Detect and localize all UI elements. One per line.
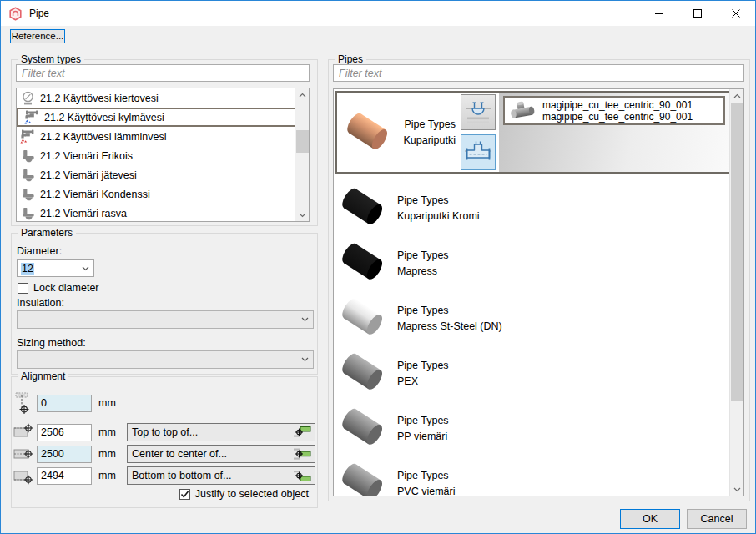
alignment-group: Alignment mm mm Top to top of... mm Cent… xyxy=(11,376,318,508)
height-offset-input[interactable] xyxy=(37,395,92,412)
insulation-value xyxy=(21,314,23,325)
justify-checkbox[interactable] xyxy=(179,489,190,500)
system-type-label: 21.2 Viemäri jätevesi xyxy=(40,169,137,181)
fitting-name: magipipe_cu_tee_centric_90_001 xyxy=(542,111,693,123)
pipe-type-text: Pipe TypesMapress xyxy=(397,249,449,277)
pipe-3d-icon xyxy=(335,184,396,231)
pipe-type-text: Pipe TypesPP viemäri xyxy=(397,415,449,442)
parameters-label: Parameters xyxy=(18,227,76,239)
target-center-icon xyxy=(292,446,312,461)
pipe-type-text: Pipe TypesPVC viemäri xyxy=(397,470,455,497)
pipe-type-name: Mapress xyxy=(397,265,449,277)
pipe-type-category: Pipe Types xyxy=(404,118,456,130)
pipe-type-category: Pipe Types xyxy=(397,415,449,426)
pipe-3d-icon xyxy=(335,295,396,341)
reference-button[interactable]: Reference... xyxy=(10,29,65,43)
pipe-type-name: Kupariputki xyxy=(403,134,456,146)
sizing-method-combobox[interactable] xyxy=(17,350,314,369)
pipes-filter-input[interactable] xyxy=(333,64,744,82)
diameter-label: Diameter: xyxy=(17,245,62,257)
unit-label: mm xyxy=(98,426,123,438)
system-type-item[interactable]: 21.2 Viemäri jätevesi xyxy=(17,165,292,184)
selected-fitting-item[interactable]: magipipe_cu_tee_centric_90_001magipipe_c… xyxy=(503,96,725,125)
top-offset-input[interactable] xyxy=(37,424,92,441)
target-bottom-icon xyxy=(292,468,312,483)
pipe-type-item[interactable]: Pipe TypesKupariputki Kromi xyxy=(334,180,728,235)
toilet-icon xyxy=(20,148,36,164)
center-to-center-button[interactable]: Center to center of... xyxy=(127,445,315,463)
pipe-type-text: Pipe TypesPEX xyxy=(397,360,449,387)
pipe-3d-icon xyxy=(335,460,396,496)
pipe-type-category: Pipe Types xyxy=(397,305,502,316)
alignment-row: mm Top to top of... xyxy=(13,421,315,444)
pipe-type-item[interactable]: Pipe TypesPEX xyxy=(334,345,728,400)
scroll-down-icon[interactable] xyxy=(730,483,743,496)
tee-fitting-button[interactable] xyxy=(461,134,496,170)
pipes-list-scrollbar[interactable] xyxy=(729,89,743,496)
height-offset-icon xyxy=(13,391,33,415)
pipe-type-item[interactable]: Pipe TypesMapress xyxy=(334,235,728,290)
pipe-dialog: Pipe Reference... System types 21.2 Käyt… xyxy=(0,0,756,534)
lock-diameter-checkbox[interactable] xyxy=(18,283,28,294)
unit-label: mm xyxy=(98,397,123,409)
chevron-down-icon xyxy=(301,317,309,322)
close-button[interactable] xyxy=(717,1,755,26)
system-type-item[interactable]: 21.2 Viemäri Erikois xyxy=(17,146,292,165)
system-type-label: 21.2 Viemäri Kondenssi xyxy=(40,189,150,200)
system-type-item[interactable]: 21.2 Käyttövesi kylmävesi xyxy=(17,108,302,127)
unit-label: mm xyxy=(98,448,123,460)
scroll-down-icon[interactable] xyxy=(295,209,309,221)
system-type-item[interactable]: 21.2 Käyttövesi lämminvesi xyxy=(17,127,292,146)
bottom-offset-input[interactable] xyxy=(37,467,92,485)
pipe-type-name: Kupariputki Kromi xyxy=(397,210,480,222)
system-type-item[interactable]: 21.2 Käyttövesi kiertovesi xyxy=(17,88,292,108)
pipe-type-category: Pipe Types xyxy=(397,360,449,371)
diameter-combobox[interactable]: 12 xyxy=(17,259,94,277)
pipe-type-item[interactable]: Pipe TypesPVC viemäri xyxy=(334,456,728,496)
align-center-icon xyxy=(13,442,33,466)
justify-label: Justify to selected object xyxy=(195,488,309,500)
pipe-type-name: PEX xyxy=(397,375,449,387)
minimize-button[interactable] xyxy=(640,1,678,26)
titlebar[interactable]: Pipe xyxy=(1,1,755,26)
bottom-to-bottom-button[interactable]: Bottom to bottom of... xyxy=(127,466,315,485)
top-to-top-button[interactable]: Top to top of... xyxy=(127,423,315,441)
unit-label: mm xyxy=(98,470,123,481)
system-types-filter-input[interactable] xyxy=(16,64,310,82)
target-top-icon xyxy=(292,425,312,440)
window-title: Pipe xyxy=(29,8,49,19)
toilet-icon xyxy=(20,205,36,221)
scroll-up-icon[interactable] xyxy=(295,88,309,101)
pipe-type-category: Pipe Types xyxy=(397,249,449,261)
pipe-type-item[interactable]: Pipe TypesMapress St-Steel (DN) xyxy=(334,290,728,345)
scroll-up-icon[interactable] xyxy=(730,89,743,102)
lock-diameter-row: Lock diameter xyxy=(18,282,99,294)
toilet-icon xyxy=(20,167,36,183)
ok-button[interactable]: OK xyxy=(620,509,680,529)
insulation-label: Insulation: xyxy=(17,297,64,309)
system-type-item[interactable]: 21.2 Viemäri rasva xyxy=(17,204,292,222)
cancel-button[interactable]: Cancel xyxy=(687,509,747,529)
system-type-label: 21.2 Käyttövesi lämminvesi xyxy=(40,131,166,143)
system-type-item[interactable]: 21.2 Viemäri Kondenssi xyxy=(17,184,292,204)
pipes-list: Pipe TypesKupariputkimagipipe_cu_tee_cen… xyxy=(333,88,744,496)
sizing-method-label: Sizing method: xyxy=(17,337,86,349)
app-icon xyxy=(8,7,23,21)
pipe-type-item[interactable]: Pipe TypesKupariputkimagipipe_cu_tee_cen… xyxy=(335,91,742,174)
scroll-thumb[interactable] xyxy=(731,103,743,401)
scroll-thumb[interactable] xyxy=(296,130,309,153)
insulation-combobox[interactable] xyxy=(17,310,314,329)
pipe-type-item[interactable]: Pipe TypesPP viemäri xyxy=(334,400,728,456)
system-list-scrollbar[interactable] xyxy=(295,88,309,221)
pipes-label: Pipes xyxy=(335,53,366,65)
alignment-label: Alignment xyxy=(18,370,68,382)
saddle-fitting-button[interactable] xyxy=(461,94,496,130)
pipe-3d-icon xyxy=(335,405,396,451)
maximize-button[interactable] xyxy=(678,1,717,26)
circulation-meter-icon xyxy=(20,90,36,106)
alignment-row: mm xyxy=(13,391,123,415)
faucet-hot-icon xyxy=(20,128,36,144)
center-offset-input[interactable] xyxy=(37,446,92,463)
fitting-panel: magipipe_cu_tee_centric_90_001magipipe_c… xyxy=(499,93,740,172)
pipe-type-name: PVC viemäri xyxy=(397,486,455,497)
